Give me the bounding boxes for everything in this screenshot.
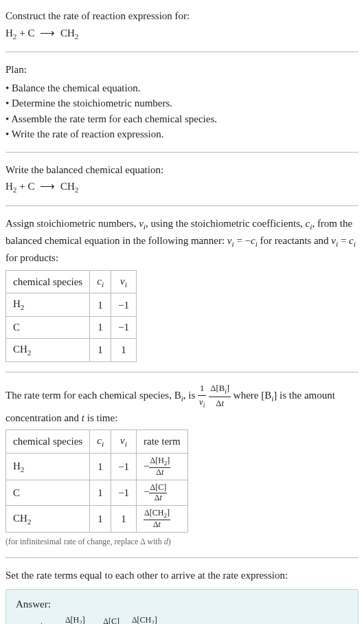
table-row: CH2 1 1: [6, 338, 137, 361]
table-row: CH2 1 1 Δ[CH2]Δt: [6, 505, 188, 532]
cell-vi: −1: [111, 480, 137, 505]
divider: [5, 52, 359, 52]
table-row: H2 1 −1 −Δ[H2]Δt: [6, 454, 188, 480]
intro-equation: H2 + C ⟶ CH2: [5, 25, 359, 43]
cell-species: H2: [6, 454, 90, 480]
cell-vi: −1: [111, 317, 137, 339]
cell-rate: −Δ[C]Δt: [136, 480, 187, 505]
cell-ci: 1: [90, 293, 111, 317]
plan-item: • Assemble the rate term for each chemic…: [5, 111, 359, 127]
stoich-section: Assign stoichiometric numbers, νi, using…: [5, 213, 359, 364]
cell-vi: −1: [111, 454, 137, 480]
divider: [5, 205, 359, 206]
col-rate: rate term: [136, 430, 187, 454]
answer-label: Answer:: [16, 597, 348, 612]
col-ci: ci: [90, 430, 111, 454]
plan-title: Plan:: [5, 62, 359, 78]
table-row: C 1 −1 −Δ[C]Δt: [6, 480, 188, 505]
cell-ci: 1: [90, 505, 111, 532]
col-ci: ci: [90, 270, 111, 293]
cell-species: C: [6, 480, 90, 505]
intro-prompt: Construct the rate of reaction expressio…: [5, 8, 359, 24]
cell-species: CH2: [6, 505, 90, 532]
balanced-title: Write the balanced chemical equation:: [5, 162, 359, 178]
plan-item: • Balance the chemical equation.: [5, 80, 359, 96]
cell-ci: 1: [90, 317, 111, 339]
cell-vi: 1: [111, 505, 137, 532]
cell-rate: −Δ[H2]Δt: [136, 454, 187, 480]
rateterm-table: chemical species ci νi rate term H2 1 −1…: [5, 430, 188, 533]
cell-species: H2: [6, 293, 90, 317]
plan-list: • Balance the chemical equation. • Deter…: [5, 80, 359, 142]
col-species: chemical species: [6, 430, 90, 454]
cell-ci: 1: [90, 480, 111, 505]
answer-box: Answer: rate = −Δ[H2]Δt = −Δ[C]Δt = Δ[CH…: [5, 589, 359, 624]
cell-ci: 1: [90, 454, 111, 480]
final-title: Set the rate terms equal to each other t…: [5, 568, 359, 583]
cell-ci: 1: [90, 338, 111, 361]
cell-rate: Δ[CH2]Δt: [136, 505, 187, 532]
col-vi: νi: [111, 270, 137, 293]
divider: [5, 557, 359, 558]
plan-section: Plan: • Balance the chemical equation. •…: [5, 59, 359, 145]
cell-vi: 1: [111, 338, 137, 361]
plan-item: • Determine the stoichiometric numbers.: [5, 96, 359, 111]
plan-item: • Write the rate of reaction expression.: [5, 126, 359, 142]
balanced-equation: H2 + C ⟶ CH2: [5, 179, 359, 196]
answer-rate: rate = −Δ[H2]Δt = −Δ[C]Δt = Δ[CH2]Δt: [32, 616, 348, 624]
table-header-row: chemical species ci νi: [6, 270, 137, 293]
balanced-section: Write the balanced chemical equation: H2…: [5, 159, 359, 199]
rateterm-note: (for infinitesimal rate of change, repla…: [5, 535, 359, 548]
divider: [5, 152, 359, 153]
cell-species: CH2: [6, 338, 90, 361]
rateterm-intro: The rate term for each chemical species,…: [5, 382, 359, 426]
table-row: C 1 −1: [6, 317, 137, 339]
rateterm-section: The rate term for each chemical species,…: [5, 379, 359, 551]
stoich-table: chemical species ci νi H2 1 −1 C 1 −1 CH…: [5, 270, 137, 362]
stoich-intro: Assign stoichiometric numbers, νi, using…: [5, 216, 359, 265]
divider: [5, 372, 359, 372]
final-section: Set the rate terms equal to each other t…: [5, 565, 359, 624]
table-row: H2 1 −1: [6, 293, 137, 317]
col-species: chemical species: [6, 270, 90, 293]
cell-species: C: [6, 317, 90, 339]
cell-vi: −1: [111, 293, 137, 317]
table-header-row: chemical species ci νi rate term: [6, 430, 188, 454]
col-vi: νi: [111, 430, 137, 454]
intro-section: Construct the rate of reaction expressio…: [5, 5, 359, 45]
